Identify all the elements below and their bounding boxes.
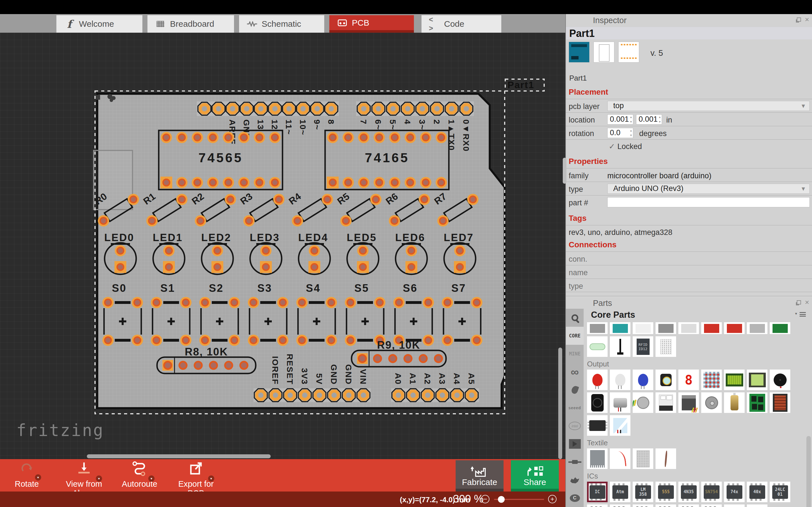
part-tile-rfid-id12[interactable]: RFID ID12 xyxy=(633,336,653,357)
part-tile-header-part[interactable] xyxy=(587,322,608,334)
chipc-bin[interactable] xyxy=(566,489,583,507)
parts-float-icon[interactable] xyxy=(797,300,801,304)
part-tile-m54-ic[interactable]: M54 xyxy=(701,504,722,507)
tab-schematic[interactable]: Schematic xyxy=(239,15,324,33)
rotate-button[interactable]: ▾ Rotate xyxy=(11,461,42,489)
zoom-slider[interactable] xyxy=(494,499,544,500)
part-tile-led-matrix[interactable] xyxy=(701,370,722,390)
bin-menu-icon[interactable] xyxy=(800,312,806,317)
part-tile-frm050-ic[interactable]: FRM 050 xyxy=(633,504,653,507)
part-tile-ic-generic[interactable]: IC xyxy=(587,482,608,502)
parts-close-icon[interactable]: × xyxy=(805,300,809,305)
part-tile-dc-motor[interactable] xyxy=(633,392,653,413)
part-tile-loudspeaker[interactable] xyxy=(587,392,608,413)
view-from-above-dropdown[interactable]: ▾ xyxy=(96,475,102,482)
type-dropdown[interactable]: Arduino UNO (Rev3)▼ xyxy=(607,184,810,194)
tab-welcome[interactable]: Welcome xyxy=(56,15,142,33)
selected-part-label[interactable]: Part1 xyxy=(507,79,534,90)
part-tile-wire-part[interactable] xyxy=(747,322,767,334)
part-tile-red-led[interactable] xyxy=(587,370,608,390)
part-tile-stepper-motor-unipolar[interactable] xyxy=(656,392,676,413)
part-tile-antenna[interactable] xyxy=(610,336,630,357)
tab-breadboard[interactable]: Breadboard xyxy=(147,15,234,33)
rotation-input[interactable]: 0.0▴▾ xyxy=(607,128,633,138)
part-tile-frm010-ic[interactable]: FRM 010 xyxy=(610,504,630,507)
panel-splitter-handle[interactable] xyxy=(563,158,566,184)
part-tile-4n35-optocoupler[interactable]: 4N35 xyxy=(678,482,699,502)
autoroute-dropdown[interactable]: ▾ xyxy=(148,475,154,482)
parts-scrollbar[interactable] xyxy=(806,436,811,507)
location-y-input[interactable]: 0.001▴▾ xyxy=(636,114,662,124)
pcb-layer-dropdown[interactable]: top▼ xyxy=(607,101,810,111)
arduino-bin[interactable] xyxy=(566,363,583,381)
zoom-in-button[interactable]: + xyxy=(548,495,557,503)
part-tile-555-timer-ic[interactable]: 555 xyxy=(656,482,676,502)
breadboard-view-thumbnail[interactable] xyxy=(569,42,590,62)
autoroute-button[interactable]: ▾ Autoroute xyxy=(121,461,158,489)
core-bin[interactable]: CORE xyxy=(566,327,583,345)
part-tile-crystal[interactable]: MHz xyxy=(724,504,745,507)
canvas-horizontal-scrollbar[interactable] xyxy=(87,454,271,458)
locked-checkbox[interactable]: ✓Locked xyxy=(609,142,642,151)
part-tile-um-fpu[interactable]: uM FPU xyxy=(678,504,699,507)
part-tile-graphic-lcd[interactable] xyxy=(747,370,767,390)
canvas-vertical-scrollbar[interactable] xyxy=(558,348,562,459)
part-tile-relay[interactable] xyxy=(587,415,608,436)
tab-pcb[interactable]: PCB xyxy=(329,15,414,33)
part-tile-atmega-ic[interactable]: Atm xyxy=(610,482,630,502)
part-tile-blue-led[interactable] xyxy=(633,370,653,390)
search-bin[interactable] xyxy=(566,309,583,327)
part-tile-40x-logic-ic[interactable]: 40x xyxy=(747,482,767,502)
seeed-bin[interactable] xyxy=(566,399,583,417)
part-tile-red-board-part[interactable] xyxy=(701,322,722,334)
part-tile-ceramic-resonator[interactable] xyxy=(747,504,767,507)
share-button[interactable]: Share xyxy=(511,460,559,492)
part-tile-teal-part[interactable] xyxy=(610,322,630,334)
part-number-input[interactable] xyxy=(607,197,810,207)
pcb-drawing[interactable]: AREFGND131211~10~9~876~5~43~21▲TX00▼RX07… xyxy=(0,33,565,459)
part-tile-ds1302-rtc[interactable]: DS 1302 xyxy=(587,504,608,507)
part-tile-fabric[interactable] xyxy=(587,448,608,469)
pcb-canvas[interactable]: AREFGND131211~10~9~876~5~43~21▲TX00▼RX07… xyxy=(0,33,565,459)
snootlab-bin[interactable] xyxy=(566,435,583,453)
part-tile-conductive-thread[interactable] xyxy=(656,448,676,469)
schematic-view-thumbnail[interactable] xyxy=(594,42,614,62)
part-tile-stepper-motor-bipolar[interactable] xyxy=(701,392,722,413)
inspector-close-icon[interactable]: × xyxy=(805,17,809,22)
rotate-dropdown[interactable]: ▾ xyxy=(35,474,41,481)
part-tile-servo-motor[interactable] xyxy=(678,392,699,413)
fabricate-button[interactable]: Fabricate xyxy=(456,460,504,492)
zoom-slider-handle[interactable] xyxy=(498,496,505,503)
zoom-out-button[interactable]: − xyxy=(481,495,490,503)
part-tile-green-board-part[interactable] xyxy=(770,322,790,334)
part-tile-piezo-speaker[interactable] xyxy=(770,370,790,390)
part-tile-sn754-ic[interactable]: SN754 xyxy=(701,482,722,502)
sparkfun-bin[interactable] xyxy=(566,381,583,399)
export-for-pcb-dropdown[interactable]: ▾ xyxy=(208,475,214,482)
part-tile-motor-driver-board[interactable] xyxy=(747,392,767,413)
intel-bin[interactable] xyxy=(566,417,583,435)
part-tile-white-part[interactable] xyxy=(633,322,653,334)
part-tile-peltier-element[interactable] xyxy=(610,415,630,436)
part-tile-thread[interactable] xyxy=(610,448,630,469)
tab-code[interactable]: Code xyxy=(421,15,501,33)
part-tile-reed-switch[interactable] xyxy=(587,336,608,357)
location-x-input[interactable]: 0.001▴▾ xyxy=(607,114,633,124)
part-tile-lm358-ic[interactable]: LM 358 xyxy=(633,482,653,502)
part-tile-74x-logic-ic[interactable]: 74x xyxy=(724,482,745,502)
mine-bin[interactable]: MINE xyxy=(566,345,583,363)
part-tile-uln2003-driver[interactable]: ULN 2003 xyxy=(656,504,676,507)
resistor-bin[interactable] xyxy=(566,453,583,471)
part-tile-red-board-part-2[interactable] xyxy=(724,322,745,334)
moose-bin[interactable] xyxy=(566,471,583,489)
pcb-view-thumbnail[interactable] xyxy=(618,42,639,62)
part-tile-24lc01-eeprom[interactable]: 24LC 01 xyxy=(770,482,790,502)
part-tile-bracket-part[interactable] xyxy=(656,322,676,334)
part-tile-lcd-display[interactable] xyxy=(724,370,745,390)
part-tile-dht22-sensor[interactable] xyxy=(656,336,676,357)
part-tile-solenoid[interactable] xyxy=(724,392,745,413)
inspector-float-icon[interactable] xyxy=(797,17,801,22)
part-tile-clear-led[interactable] xyxy=(610,370,630,390)
part-tile-seven-segment-display[interactable]: 8 xyxy=(678,370,699,390)
part-tile-vibration-motor[interactable] xyxy=(610,392,630,413)
